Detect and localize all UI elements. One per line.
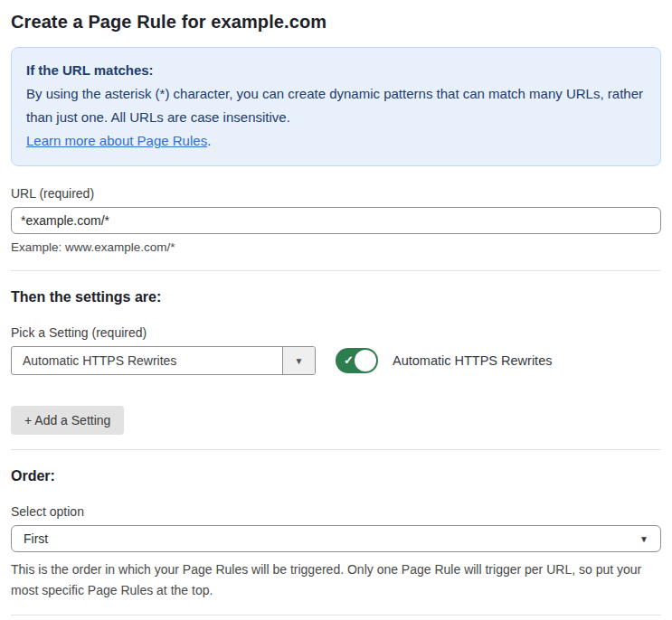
setting-select[interactable]: Automatic HTTPS Rewrites ▼ — [11, 346, 316, 375]
order-select-value: First — [24, 531, 48, 546]
order-select[interactable]: First ▼ — [11, 525, 661, 552]
order-select-label: Select option — [11, 504, 661, 519]
toggle-knob — [355, 350, 376, 371]
url-input[interactable] — [11, 207, 661, 234]
order-helper-text: This is the order in which your Page Rul… — [11, 559, 648, 601]
settings-section-heading: Then the settings are: — [11, 289, 661, 305]
page-title: Create a Page Rule for example.com — [11, 12, 661, 33]
url-field-label: URL (required) — [11, 186, 661, 201]
learn-more-link[interactable]: Learn more about Page Rules — [26, 133, 207, 148]
info-box-body: By using the asterisk (*) character, you… — [26, 82, 646, 129]
link-suffix: . — [207, 133, 211, 148]
setting-select-value: Automatic HTTPS Rewrites — [12, 347, 282, 374]
divider — [11, 449, 661, 450]
chevron-down-icon: ▼ — [639, 534, 648, 544]
order-section-heading: Order: — [11, 468, 661, 484]
check-icon: ✓ — [344, 353, 354, 367]
page-rule-form: Create a Page Rule for example.com If th… — [0, 0, 672, 620]
chevron-down-icon[interactable]: ▼ — [282, 347, 315, 374]
add-setting-button[interactable]: + Add a Setting — [11, 406, 124, 435]
setting-row: Automatic HTTPS Rewrites ▼ ✓ Automatic H… — [11, 346, 661, 375]
url-helper-text: Example: www.example.com/* — [11, 240, 661, 254]
divider — [11, 615, 661, 615]
info-box-heading: If the URL matches: — [26, 59, 646, 82]
url-match-info-box: If the URL matches: By using the asteris… — [11, 47, 661, 166]
divider — [11, 270, 661, 271]
info-box-link-line: Learn more about Page Rules. — [26, 129, 646, 153]
setting-toggle[interactable]: ✓ — [336, 348, 378, 373]
toggle-label: Automatic HTTPS Rewrites — [393, 353, 552, 368]
pick-setting-label: Pick a Setting (required) — [11, 325, 661, 340]
